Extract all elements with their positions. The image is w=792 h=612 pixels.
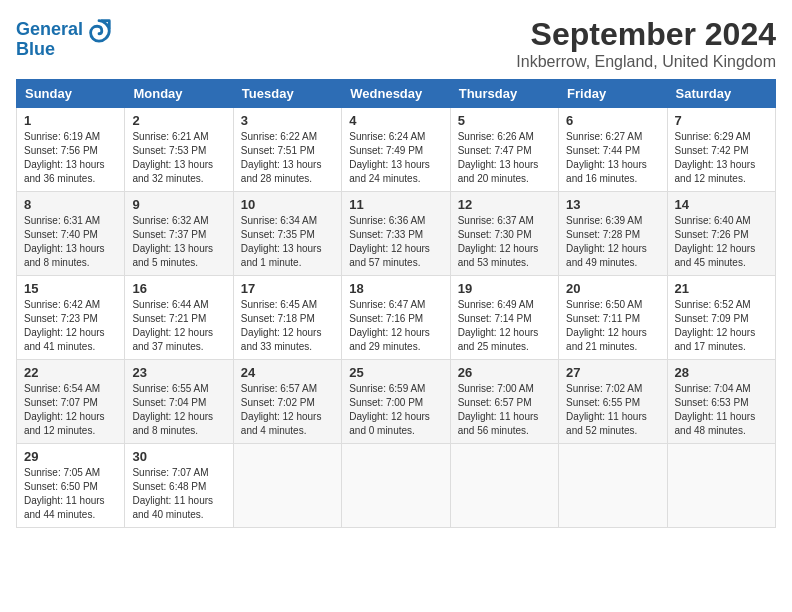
calendar-day-cell: 11Sunrise: 6:36 AM Sunset: 7:33 PM Dayli… — [342, 192, 450, 276]
day-info: Sunrise: 6:47 AM Sunset: 7:16 PM Dayligh… — [349, 298, 442, 354]
calendar-day-cell: 29Sunrise: 7:05 AM Sunset: 6:50 PM Dayli… — [17, 444, 125, 528]
day-info: Sunrise: 6:40 AM Sunset: 7:26 PM Dayligh… — [675, 214, 768, 270]
calendar-day-cell: 20Sunrise: 6:50 AM Sunset: 7:11 PM Dayli… — [559, 276, 667, 360]
day-info: Sunrise: 7:07 AM Sunset: 6:48 PM Dayligh… — [132, 466, 225, 522]
day-info: Sunrise: 6:36 AM Sunset: 7:33 PM Dayligh… — [349, 214, 442, 270]
calendar-day-header: Monday — [125, 80, 233, 108]
day-info: Sunrise: 6:57 AM Sunset: 7:02 PM Dayligh… — [241, 382, 334, 438]
day-info: Sunrise: 7:05 AM Sunset: 6:50 PM Dayligh… — [24, 466, 117, 522]
day-info: Sunrise: 6:45 AM Sunset: 7:18 PM Dayligh… — [241, 298, 334, 354]
day-info: Sunrise: 7:00 AM Sunset: 6:57 PM Dayligh… — [458, 382, 551, 438]
calendar-day-cell: 23Sunrise: 6:55 AM Sunset: 7:04 PM Dayli… — [125, 360, 233, 444]
calendar-day-header: Tuesday — [233, 80, 341, 108]
day-number: 7 — [675, 113, 768, 128]
day-number: 22 — [24, 365, 117, 380]
day-info: Sunrise: 6:49 AM Sunset: 7:14 PM Dayligh… — [458, 298, 551, 354]
calendar-day-cell: 13Sunrise: 6:39 AM Sunset: 7:28 PM Dayli… — [559, 192, 667, 276]
day-number: 18 — [349, 281, 442, 296]
calendar-week-row: 29Sunrise: 7:05 AM Sunset: 6:50 PM Dayli… — [17, 444, 776, 528]
day-info: Sunrise: 6:59 AM Sunset: 7:00 PM Dayligh… — [349, 382, 442, 438]
day-info: Sunrise: 6:55 AM Sunset: 7:04 PM Dayligh… — [132, 382, 225, 438]
day-info: Sunrise: 6:27 AM Sunset: 7:44 PM Dayligh… — [566, 130, 659, 186]
day-number: 21 — [675, 281, 768, 296]
day-info: Sunrise: 6:39 AM Sunset: 7:28 PM Dayligh… — [566, 214, 659, 270]
calendar-week-row: 1Sunrise: 6:19 AM Sunset: 7:56 PM Daylig… — [17, 108, 776, 192]
page-title: September 2024 — [516, 16, 776, 53]
logo-text: General — [16, 20, 83, 40]
logo-icon — [85, 16, 113, 44]
day-number: 1 — [24, 113, 117, 128]
day-info: Sunrise: 7:02 AM Sunset: 6:55 PM Dayligh… — [566, 382, 659, 438]
day-number: 14 — [675, 197, 768, 212]
calendar-day-header: Saturday — [667, 80, 775, 108]
calendar-day-cell: 3Sunrise: 6:22 AM Sunset: 7:51 PM Daylig… — [233, 108, 341, 192]
day-number: 15 — [24, 281, 117, 296]
calendar-table: SundayMondayTuesdayWednesdayThursdayFrid… — [16, 79, 776, 528]
calendar-day-header: Sunday — [17, 80, 125, 108]
day-info: Sunrise: 6:54 AM Sunset: 7:07 PM Dayligh… — [24, 382, 117, 438]
calendar-day-cell: 24Sunrise: 6:57 AM Sunset: 7:02 PM Dayli… — [233, 360, 341, 444]
calendar-week-row: 22Sunrise: 6:54 AM Sunset: 7:07 PM Dayli… — [17, 360, 776, 444]
calendar-day-cell: 4Sunrise: 6:24 AM Sunset: 7:49 PM Daylig… — [342, 108, 450, 192]
day-info: Sunrise: 6:24 AM Sunset: 7:49 PM Dayligh… — [349, 130, 442, 186]
day-number: 24 — [241, 365, 334, 380]
day-number: 17 — [241, 281, 334, 296]
calendar-header-row: SundayMondayTuesdayWednesdayThursdayFrid… — [17, 80, 776, 108]
calendar-day-header: Wednesday — [342, 80, 450, 108]
day-info: Sunrise: 6:31 AM Sunset: 7:40 PM Dayligh… — [24, 214, 117, 270]
day-number: 25 — [349, 365, 442, 380]
day-info: Sunrise: 6:32 AM Sunset: 7:37 PM Dayligh… — [132, 214, 225, 270]
calendar-day-cell: 15Sunrise: 6:42 AM Sunset: 7:23 PM Dayli… — [17, 276, 125, 360]
calendar-day-header: Thursday — [450, 80, 558, 108]
day-number: 2 — [132, 113, 225, 128]
calendar-day-cell: 8Sunrise: 6:31 AM Sunset: 7:40 PM Daylig… — [17, 192, 125, 276]
day-info: Sunrise: 6:19 AM Sunset: 7:56 PM Dayligh… — [24, 130, 117, 186]
day-info: Sunrise: 6:42 AM Sunset: 7:23 PM Dayligh… — [24, 298, 117, 354]
calendar-day-cell — [667, 444, 775, 528]
day-number: 6 — [566, 113, 659, 128]
calendar-week-row: 15Sunrise: 6:42 AM Sunset: 7:23 PM Dayli… — [17, 276, 776, 360]
day-number: 20 — [566, 281, 659, 296]
day-number: 13 — [566, 197, 659, 212]
calendar-day-cell — [233, 444, 341, 528]
day-info: Sunrise: 6:44 AM Sunset: 7:21 PM Dayligh… — [132, 298, 225, 354]
page-header: General Blue September 2024 Inkberrow, E… — [16, 16, 776, 71]
calendar-day-cell: 28Sunrise: 7:04 AM Sunset: 6:53 PM Dayli… — [667, 360, 775, 444]
calendar-day-cell: 18Sunrise: 6:47 AM Sunset: 7:16 PM Dayli… — [342, 276, 450, 360]
day-info: Sunrise: 7:04 AM Sunset: 6:53 PM Dayligh… — [675, 382, 768, 438]
title-block: September 2024 Inkberrow, England, Unite… — [516, 16, 776, 71]
calendar-day-cell: 1Sunrise: 6:19 AM Sunset: 7:56 PM Daylig… — [17, 108, 125, 192]
calendar-day-cell: 12Sunrise: 6:37 AM Sunset: 7:30 PM Dayli… — [450, 192, 558, 276]
calendar-day-header: Friday — [559, 80, 667, 108]
logo: General Blue — [16, 16, 113, 60]
day-number: 10 — [241, 197, 334, 212]
calendar-day-cell: 16Sunrise: 6:44 AM Sunset: 7:21 PM Dayli… — [125, 276, 233, 360]
calendar-day-cell: 10Sunrise: 6:34 AM Sunset: 7:35 PM Dayli… — [233, 192, 341, 276]
day-info: Sunrise: 6:34 AM Sunset: 7:35 PM Dayligh… — [241, 214, 334, 270]
day-info: Sunrise: 6:26 AM Sunset: 7:47 PM Dayligh… — [458, 130, 551, 186]
calendar-day-cell: 26Sunrise: 7:00 AM Sunset: 6:57 PM Dayli… — [450, 360, 558, 444]
calendar-day-cell: 21Sunrise: 6:52 AM Sunset: 7:09 PM Dayli… — [667, 276, 775, 360]
day-number: 9 — [132, 197, 225, 212]
day-number: 27 — [566, 365, 659, 380]
day-number: 23 — [132, 365, 225, 380]
day-number: 16 — [132, 281, 225, 296]
calendar-day-cell: 14Sunrise: 6:40 AM Sunset: 7:26 PM Dayli… — [667, 192, 775, 276]
day-info: Sunrise: 6:37 AM Sunset: 7:30 PM Dayligh… — [458, 214, 551, 270]
day-info: Sunrise: 6:21 AM Sunset: 7:53 PM Dayligh… — [132, 130, 225, 186]
day-number: 26 — [458, 365, 551, 380]
calendar-day-cell — [450, 444, 558, 528]
calendar-day-cell: 19Sunrise: 6:49 AM Sunset: 7:14 PM Dayli… — [450, 276, 558, 360]
calendar-day-cell: 25Sunrise: 6:59 AM Sunset: 7:00 PM Dayli… — [342, 360, 450, 444]
calendar-week-row: 8Sunrise: 6:31 AM Sunset: 7:40 PM Daylig… — [17, 192, 776, 276]
calendar-day-cell — [559, 444, 667, 528]
calendar-day-cell: 22Sunrise: 6:54 AM Sunset: 7:07 PM Dayli… — [17, 360, 125, 444]
day-number: 11 — [349, 197, 442, 212]
day-number: 29 — [24, 449, 117, 464]
day-info: Sunrise: 6:52 AM Sunset: 7:09 PM Dayligh… — [675, 298, 768, 354]
day-number: 4 — [349, 113, 442, 128]
calendar-day-cell: 9Sunrise: 6:32 AM Sunset: 7:37 PM Daylig… — [125, 192, 233, 276]
day-number: 19 — [458, 281, 551, 296]
page-subtitle: Inkberrow, England, United Kingdom — [516, 53, 776, 71]
day-info: Sunrise: 6:29 AM Sunset: 7:42 PM Dayligh… — [675, 130, 768, 186]
